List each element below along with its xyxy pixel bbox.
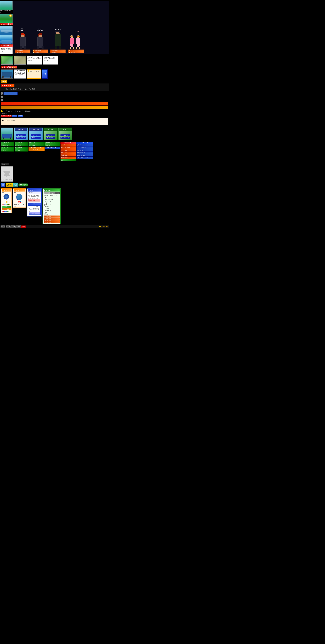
bottom-btn-1[interactable]: 比日 A (0, 226, 5, 228)
song-item-taiyou[interactable]: 太陽が燃えてくる (45, 142, 60, 144)
extra-song2-5[interactable]: 以上がないでよ (76, 154, 93, 156)
song-item-ready[interactable]: READY STEADY GO (45, 146, 60, 149)
check-item-10[interactable]: 元の外 (44, 213, 60, 215)
mode4-btn1[interactable]: 目つべし！ (60, 134, 70, 136)
nav-marker[interactable]: ◆ (0, 99, 3, 101)
tab-record[interactable]: 複数名 (50, 192, 54, 194)
mode-option-1[interactable]: パートに分かれた全員にプレイ (1, 88, 19, 90)
mode2-btn1[interactable]: 目つべし！ (31, 134, 40, 136)
char-role-2: リーダー (38, 28, 42, 30)
battle-label: 🔥 対戦プレイ 🔥 (1, 84, 14, 87)
stat-1-2[interactable]: 🔥最高記録日記↑ (15, 51, 30, 53)
extra-song-1[interactable]: ループ＆ループ (60, 144, 76, 146)
bottom-btn-4[interactable]: 比日 C (16, 226, 21, 228)
extra-song2-4[interactable]: りびかないでよ (76, 152, 93, 154)
opt1-ext-btn3[interactable]: OE (7, 210, 9, 212)
check-item-3[interactable]: ありがとう (44, 200, 60, 202)
check-item-5[interactable]: 彼続リーダー (44, 204, 60, 206)
opt1-ext-btn2[interactable]: OT (4, 210, 6, 212)
mode4-btn2[interactable]: 曲を選ぶべし！ (60, 137, 70, 139)
check-item-7[interactable]: エルの名 (44, 208, 60, 209)
sub-item-3[interactable]: ⚡ お行口ぶス↑ (44, 220, 60, 221)
opt1-btn-blue[interactable]: B (4, 204, 6, 205)
tab-stage[interactable]: ステージ (44, 192, 50, 194)
bottom-btn-3[interactable]: 比日 B (11, 226, 16, 228)
check-item-9[interactable]: 電器 (44, 212, 60, 213)
extra-song-3[interactable]: カッツだぜ！！ (60, 149, 76, 151)
mode2-btn2[interactable]: 曲を選ぶべし！ (31, 137, 40, 139)
blue-icon-box[interactable]: 入隊 (42, 70, 48, 78)
song-item-uchi[interactable]: 打ちいろは (28, 144, 44, 146)
opt1-btn-yellow[interactable]: D (8, 204, 10, 205)
mode-option-2[interactable]: チームに分かれた全員を装う (20, 88, 37, 90)
mode1-btn1[interactable]: 目つべし！ (16, 134, 26, 136)
extra-song-7[interactable]: 以上 (60, 159, 76, 161)
btn-green-large[interactable]: 友対の記録 (18, 184, 28, 186)
song-item-netsu[interactable]: 熱と回動命夫 (14, 146, 28, 149)
panel1-item-1[interactable]: コンネ並べ (2, 206, 11, 208)
song-item-loop[interactable]: ループ＆ループ (1, 142, 14, 144)
blue-input[interactable] (4, 92, 18, 95)
extra-song-2[interactable]: 炎のダンスタイト (60, 146, 76, 149)
song-item-dance[interactable]: 炎のダンスタイト (1, 144, 14, 146)
btn-water[interactable]: 滅水正主 (1, 183, 5, 187)
sub-item-2[interactable]: ⚡ 空回口ぶス↑ (44, 218, 60, 219)
bottom-btn-2[interactable]: 比日 A (6, 226, 10, 228)
check-item-4[interactable]: 下部 (44, 202, 60, 204)
red-section-label-1: 🔥 ひとり完走 🔥 (0, 23, 13, 26)
song-item-taisetsu[interactable]: 大切なもの (28, 142, 44, 144)
song-item-one-night[interactable]: Over Night Carnival (28, 146, 44, 149)
check-item-8[interactable]: 常時の決意 (44, 210, 60, 211)
stat-3-1[interactable]: 🔥 勉強の成績↑ (50, 50, 66, 51)
team-mode-label: 🔥 みんな完走 🔥🔥 (0, 66, 17, 68)
extra-song-header-1: ループ＆ループ (60, 142, 76, 144)
check-list: お入り 次回あのルーキ ありがとう 下部 彼続リーダー (44, 197, 60, 215)
stat-4-1[interactable]: 🔥 経費合計↑ (68, 50, 84, 51)
mode1-btn2[interactable]: 曲を選ぶべし！ (16, 137, 26, 139)
song-item-guts[interactable]: ガッツだぜ！！ (1, 146, 14, 149)
song-item-melody[interactable]: メロディー (1, 149, 14, 152)
stat-2-1[interactable]: 🔥 実戦訓練成績↑ (32, 50, 48, 51)
tab-rank[interactable]: ランク (55, 192, 60, 194)
game-btn-1[interactable]: 比日 A (0, 115, 6, 117)
panel3-title: オプション (28, 190, 41, 192)
extra-song2-1[interactable]: 上海パニー (76, 144, 93, 146)
mode3-btn2[interactable]: 曲を選ぶべし！ (46, 137, 55, 139)
btn-yellow-action[interactable]: お話し続大切！ (6, 183, 13, 187)
song-item-over-distance[interactable]: Over The Distance (28, 149, 44, 151)
extra-song2-6[interactable]: スーパーいちごソング (76, 156, 93, 159)
opt1-btn-red[interactable]: A (2, 204, 4, 205)
song-item-thrill[interactable]: スリル本 (14, 149, 28, 152)
check-item-1[interactable]: お入り (44, 197, 60, 198)
opt1-ext-btn1[interactable]: OT (2, 210, 4, 212)
song-item-linda[interactable]: リンダリンダ (14, 142, 28, 144)
bottom-btn-5[interactable]: お返り (21, 226, 26, 228)
sub-item-1[interactable]: ⚡ 平均口ぶス↑ (44, 216, 60, 217)
opt1-btn-green[interactable]: C (6, 204, 8, 205)
extra-song2-2[interactable]: カングルリュぱぽ (76, 146, 93, 149)
stat-1-1[interactable]: 🔥最終訓練成績↑ (15, 50, 30, 51)
check-item-6[interactable]: 乗況性 (44, 206, 60, 208)
game-btn-3[interactable]: 比日 B (12, 115, 17, 117)
game-btn-4[interactable]: 比日 B (18, 115, 23, 117)
game-btn-2[interactable]: 比日 A (6, 115, 12, 117)
panel3-confirm[interactable]: 決定 (28, 203, 41, 205)
btn-cyan[interactable]: 増加増加 (13, 183, 18, 187)
panel1-item-2[interactable]: バングライト (2, 208, 11, 210)
nav-down[interactable]: ▼ (0, 96, 3, 98)
extra-song-6[interactable]: 対戦継続中！ (60, 156, 76, 159)
sub-item-4[interactable]: ⚡ 外行口ぶス↑ (44, 222, 60, 223)
check-item-2[interactable]: 次回あのルーキ (44, 199, 60, 200)
song-item-kokoro[interactable]: ここロますだ (14, 144, 28, 146)
nav-up[interactable]: ▲ (0, 92, 3, 95)
option-section: オプション 曲を選べないでください (0, 162, 109, 182)
extra-song2-3[interactable]: 赤き独学者 (76, 149, 93, 151)
extra-song-4[interactable]: リビカ美夫 (60, 152, 76, 154)
song-item-shanghai[interactable]: 上海バニー (45, 144, 60, 146)
extra-song-5[interactable]: 熱き討論会！ (60, 154, 76, 156)
stat-2-2[interactable]: 🔥 訓練日記↑ (32, 51, 48, 53)
stat-3-2[interactable]: 🔥 結婚日記↑ (50, 51, 66, 53)
stat-4-2[interactable]: 🔥 訓練日記↑ (68, 51, 84, 53)
mode3-btn1[interactable]: 目つべし！ (46, 134, 55, 136)
bottom-logo: White.Ar (98, 226, 108, 228)
